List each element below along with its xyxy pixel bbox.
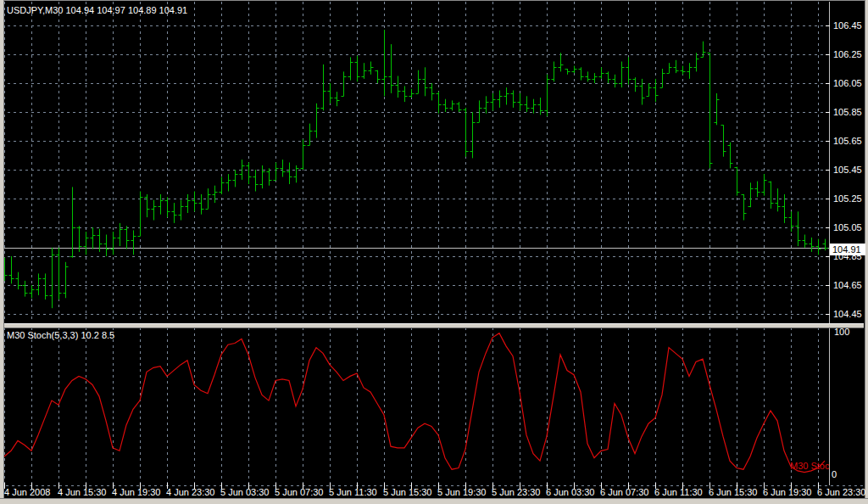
price-axis-label: 105.45 bbox=[833, 165, 862, 175]
time-axis-label: 4 Jun 23:30 bbox=[166, 487, 215, 497]
window-frame-bottom bbox=[0, 498, 868, 504]
window-frame-left bbox=[0, 0, 4, 504]
price-axis-label: 105.65 bbox=[833, 136, 862, 146]
time-axis-label: 6 Jun 03:30 bbox=[546, 487, 595, 497]
time-axis-label: 6 Jun 15:30 bbox=[709, 487, 758, 497]
price-axis-label: 104.45 bbox=[833, 309, 862, 319]
time-axis-label: 4 Jun 15:30 bbox=[58, 487, 107, 497]
price-axis-label: 104.85 bbox=[833, 251, 862, 261]
price-axis-label: 105.25 bbox=[833, 193, 862, 204]
time-axis-label: 6 Jun 07:30 bbox=[600, 487, 649, 497]
indicator-watermark: M30 Stoch bbox=[790, 461, 830, 471]
window-frame-top bbox=[0, 0, 868, 1]
time-axis-label: 5 Jun 03:30 bbox=[220, 487, 270, 497]
chart-window: USDJPY,M30 104.94 104.97 104.89 104.91 M… bbox=[0, 0, 868, 504]
time-axis-label: 5 Jun 23:30 bbox=[492, 487, 541, 497]
price-axis-label: 106.25 bbox=[833, 49, 862, 59]
price-axis-label: 106.45 bbox=[833, 20, 862, 31]
price-axis-label: 106.05 bbox=[833, 78, 862, 88]
time-axis-label: 5 Jun 15:30 bbox=[383, 487, 432, 497]
time-axis-label: 5 Jun 11:30 bbox=[329, 487, 377, 497]
price-axis-label: 104.65 bbox=[833, 280, 862, 290]
time-axis-label: 6 Jun 19:30 bbox=[763, 487, 812, 497]
time-axis-label: 4 Jun 2008 bbox=[4, 487, 50, 497]
time-axis-label: 6 Jun 23:30 bbox=[817, 487, 866, 497]
symbol-ohlc-readout: USDJPY,M30 104.94 104.97 104.89 104.91 bbox=[7, 5, 187, 15]
indicator-label: M30 Stoch(5,3,3) 10.2 8.5 bbox=[7, 330, 114, 340]
stoch-level-0-label: 0 bbox=[832, 469, 837, 479]
chart-canvas[interactable] bbox=[0, 0, 868, 504]
price-axis-label: 105.85 bbox=[833, 107, 862, 117]
price-axis-label: 105.05 bbox=[833, 222, 862, 232]
time-axis-label: 5 Jun 07:30 bbox=[275, 487, 324, 497]
panel-splitter[interactable] bbox=[0, 323, 864, 328]
time-axis-label: 6 Jun 11:30 bbox=[654, 487, 703, 497]
stoch-level-100-label: 100 bbox=[834, 327, 849, 337]
time-axis-label: 5 Jun 19:30 bbox=[437, 487, 487, 497]
time-axis-label: 4 Jun 19:30 bbox=[112, 487, 161, 497]
